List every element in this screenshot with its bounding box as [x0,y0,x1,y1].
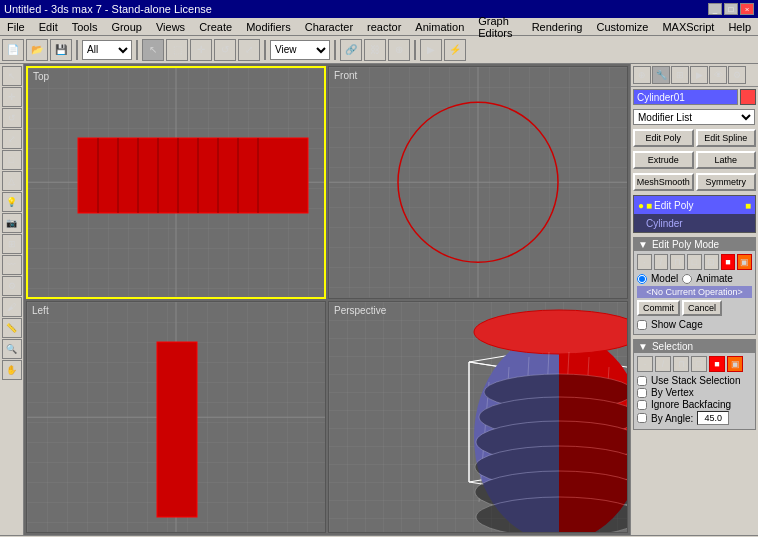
menu-reactor[interactable]: reactor [364,21,404,33]
elem-sel-icon-active[interactable]: ▣ [737,254,752,270]
lt-pan[interactable]: ✋ [2,360,22,380]
unlink-button[interactable]: ⛓ [364,39,386,61]
lt-measure[interactable]: 📏 [2,318,22,338]
element-sel-icon[interactable]: ⊡ [704,254,719,270]
lathe-button[interactable]: Lathe [696,151,757,169]
symmetry-button[interactable]: Symmetry [696,173,757,191]
sel-poly-icon[interactable]: □ [691,356,707,372]
minimize-button[interactable]: _ [708,3,722,15]
object-name-field[interactable] [633,89,738,105]
right-panel: ⊕ 🔧 ⊞ ▶ 👁 ⚙ Modifier List Edit Poly Edit… [630,64,758,535]
lt-scale[interactable]: ⤢ [2,129,22,149]
mod-stack-cylinder[interactable]: Cylinder [634,214,755,232]
object-color-swatch[interactable] [740,89,756,105]
scale-button[interactable]: ⤢ [238,39,260,61]
by-angle-checkbox[interactable] [637,413,647,423]
sel-edge-icon[interactable]: / [655,356,671,372]
utilities-icon[interactable]: ⚙ [728,66,746,84]
menu-tools[interactable]: Tools [69,21,101,33]
vertex-sel-icon[interactable]: · [637,254,652,270]
lt-create[interactable]: □ [2,150,22,170]
lt-lights[interactable]: 💡 [2,192,22,212]
lt-move[interactable]: ✛ [2,87,22,107]
animate-radio[interactable] [682,274,692,284]
by-vertex-checkbox[interactable] [637,388,647,398]
sel-border-icon[interactable]: ⊓ [673,356,689,372]
edit-spline-button[interactable]: Edit Spline [696,129,757,147]
commit-button[interactable]: Commit [637,300,680,316]
lt-select[interactable]: ↖ [2,66,22,86]
select-region[interactable]: ⬚ [166,39,188,61]
selection-filter[interactable]: All [82,40,132,60]
model-radio[interactable] [637,274,647,284]
sel-dot-icon[interactable]: · [637,356,653,372]
select-button[interactable]: ↖ [142,39,164,61]
rotate-button[interactable]: ↺ [214,39,236,61]
viewport-perspective[interactable]: Perspective [328,301,628,534]
mod-stack-cylinder-label: Cylinder [646,218,683,229]
menu-modifiers[interactable]: Modifiers [243,21,294,33]
menu-help[interactable]: Help [725,21,754,33]
modify-panel-icon[interactable]: 🔧 [652,66,670,84]
sel-red2-icon[interactable]: ▣ [727,356,743,372]
quick-render[interactable]: ⚡ [444,39,466,61]
lt-rotate[interactable]: ↺ [2,108,22,128]
sel-red1-icon[interactable]: ■ [709,356,725,372]
menu-create[interactable]: Create [196,21,235,33]
create-panel-icon[interactable]: ⊕ [633,66,651,84]
border-sel-icon[interactable]: ⊓ [670,254,685,270]
extrude-button[interactable]: Extrude [633,151,694,169]
bind-button[interactable]: ⊕ [388,39,410,61]
new-button[interactable]: 📄 [2,39,24,61]
menu-rendering[interactable]: Rendering [529,21,586,33]
display-icon[interactable]: 👁 [709,66,727,84]
use-stack-checkbox[interactable] [637,376,647,386]
lt-paint[interactable]: 🖌 [2,297,22,317]
modifier-list-dropdown[interactable]: Modifier List [633,109,755,125]
viewport-front-label: Front [334,70,357,81]
by-angle-value[interactable] [697,411,729,425]
selection-header[interactable]: ▼ Selection [634,340,755,353]
render-button[interactable]: ▶ [420,39,442,61]
mod-stack-edit-poly[interactable]: ● ■ Edit Poly ■ [634,196,755,214]
meshsmooth-button[interactable]: MeshSmooth [633,173,694,191]
edit-poly-mode-header[interactable]: ▼ Edit Poly Mode [634,238,755,251]
poly-sel-icon[interactable]: □ [687,254,702,270]
menu-views[interactable]: Views [153,21,188,33]
select-move[interactable]: ✛ [190,39,212,61]
lt-cameras[interactable]: 📷 [2,213,22,233]
poly-sel-icon-active[interactable]: ■ [721,254,736,270]
show-cage-checkbox[interactable] [637,320,647,330]
menu-character[interactable]: Character [302,21,356,33]
title-bar: Untitled - 3ds max 7 - Stand-alone Licen… [0,0,758,18]
ignore-backfacing-checkbox[interactable] [637,400,647,410]
menu-edit[interactable]: Edit [36,21,61,33]
view-dropdown[interactable]: View [270,40,330,60]
lt-zoom[interactable]: 🔍 [2,339,22,359]
lt-systems[interactable]: ⚙ [2,276,22,296]
menu-group[interactable]: Group [108,21,145,33]
edit-poly-button[interactable]: Edit Poly [633,129,694,147]
lt-spacewarp[interactable]: 〰 [2,255,22,275]
viewport-top[interactable]: Top [26,66,326,299]
menu-file[interactable]: File [4,21,28,33]
by-vertex-label: By Vertex [651,387,694,398]
open-button[interactable]: 📂 [26,39,48,61]
edge-sel-icon[interactable]: / [654,254,669,270]
hierarchy-icon[interactable]: ⊞ [671,66,689,84]
viewport-left[interactable]: Left [26,301,326,534]
save-button[interactable]: 💾 [50,39,72,61]
menu-animation[interactable]: Animation [412,21,467,33]
cancel-button[interactable]: Cancel [682,300,722,316]
menu-maxscript[interactable]: MAXScript [659,21,717,33]
menu-graph-editors[interactable]: Graph Editors [475,15,520,39]
quick-mod-row3: MeshSmooth Symmetry [633,173,756,191]
menu-customize[interactable]: Customize [593,21,651,33]
viewport-front[interactable]: Front [328,66,628,299]
link-button[interactable]: 🔗 [340,39,362,61]
close-button[interactable]: × [740,3,754,15]
lt-helpers[interactable]: ⊞ [2,234,22,254]
motion-icon[interactable]: ▶ [690,66,708,84]
lt-shapes[interactable]: △ [2,171,22,191]
maximize-button[interactable]: □ [724,3,738,15]
